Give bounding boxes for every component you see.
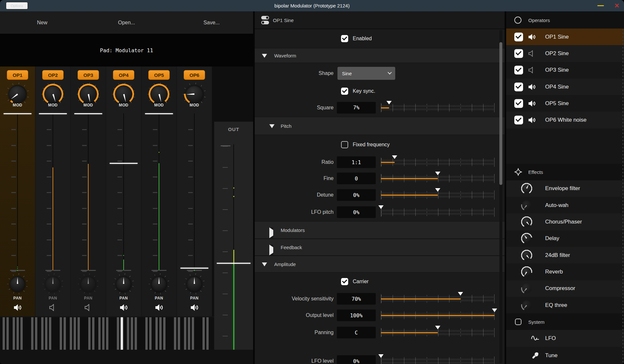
operator-item-op3[interactable]: OP3 Sine [506,62,624,79]
op3-fader-handle[interactable] [74,113,102,114]
slider-marker[interactable] [435,172,440,178]
op1-select-button[interactable]: OP1 [7,70,28,80]
op1-pan-knob[interactable] [10,276,25,292]
ratio-slider[interactable] [381,157,495,168]
system-item-lfo[interactable]: LFO [506,330,624,347]
open-button[interactable]: Open... [109,11,144,34]
lfo-level-value[interactable]: 0% [337,355,376,364]
op6-speaker-on-icon[interactable] [190,303,199,312]
slider-marker[interactable] [378,354,384,360]
op1-mod-knob[interactable] [8,85,27,103]
speaker-on-icon[interactable] [528,33,536,41]
op6-mod-knob[interactable] [185,85,203,103]
lfo-pitch-value[interactable]: 0% [337,206,376,218]
amplitude-section-header[interactable]: Amplitude [255,256,505,273]
operator-item-op6[interactable]: OP6 White noise [506,112,624,128]
lfo-pitch-slider[interactable] [381,207,495,218]
detune-value[interactable]: 0% [337,189,376,201]
op1-fader-handle[interactable] [4,113,31,114]
effect-item-eq-three[interactable]: EQ three [506,297,624,313]
op2-pan-knob[interactable] [45,276,61,292]
op3-speaker-muted-icon[interactable] [84,303,93,312]
out-fader-handle[interactable] [217,263,251,264]
slider-marker[interactable] [435,326,440,332]
op5-select-button[interactable]: OP5 [148,70,170,80]
op5-speaker-on-icon[interactable] [154,303,164,312]
fine-value[interactable]: 0 [337,173,376,184]
op4-select-button[interactable]: OP4 [113,70,134,80]
new-button[interactable]: New [28,11,57,34]
detune-slider[interactable] [381,189,495,200]
speaker-on-icon[interactable] [528,83,536,91]
speaker-on-icon[interactable] [528,100,536,107]
op1-enable-checkbox[interactable] [514,32,523,41]
output-level-slider[interactable] [381,310,495,321]
op3-mod-knob[interactable] [79,85,97,103]
sidebar-scrollbar[interactable] [622,29,623,363]
output-level-value[interactable]: 100% [337,309,376,321]
effect-item-24db-filter[interactable]: 24dB filter [506,247,624,263]
fine-slider[interactable] [381,173,495,184]
slider-marker[interactable] [386,101,392,107]
op1-speaker-on-icon[interactable] [13,303,22,312]
op6-pan-knob[interactable] [187,276,202,292]
slider-marker[interactable] [435,188,440,194]
op6-fader-handle[interactable] [180,268,208,269]
system-section[interactable]: System [506,313,624,330]
op2-speaker-muted-icon[interactable] [48,303,57,312]
op4-enable-checkbox[interactable] [514,82,523,91]
op4-speaker-on-icon[interactable] [119,303,128,312]
op5-fader-handle[interactable] [145,113,173,114]
speaker-on-icon[interactable] [528,116,536,124]
op5-enable-checkbox[interactable] [514,99,523,108]
op4-fader-handle[interactable] [110,163,138,164]
system-item-tune[interactable]: Tune [506,347,624,364]
modulators-section-header[interactable]: Modulators [255,221,505,239]
op3-select-button[interactable]: OP3 [78,70,99,80]
slider-marker[interactable] [492,309,497,315]
op2-select-button[interactable]: OP2 [42,70,64,80]
op5-mod-knob[interactable] [150,85,168,103]
op2-enable-checkbox[interactable] [514,49,523,58]
op4-pan-knob[interactable] [116,276,131,292]
operator-item-op2[interactable]: OP2 Sine [506,45,624,62]
speaker-muted-icon[interactable] [528,66,536,74]
feedback-section-header[interactable]: Feedback [255,239,505,256]
patch-display[interactable]: Pad: Modulator 11 [0,34,253,67]
lfo-level-slider[interactable] [381,356,495,364]
effect-item-delay[interactable]: Delay [506,230,624,247]
close-button[interactable]: ✕ [613,3,621,9]
pitch-section-header[interactable]: Pitch [255,117,505,135]
save-button[interactable]: Save... [195,11,228,34]
op2-fader-handle[interactable] [39,113,67,114]
ratio-value[interactable]: 1:1 [337,156,376,168]
effect-item-envelope-filter[interactable]: Envelope filter [506,180,624,197]
slider-marker[interactable] [378,205,384,212]
effect-item-reverb[interactable]: Reverb [506,263,624,280]
op3-pan-knob[interactable] [80,276,96,292]
op2-mod-knob[interactable] [44,85,62,103]
speaker-muted-icon[interactable] [528,50,536,57]
keyboard[interactable] [0,317,214,350]
op5-pan-knob[interactable] [151,276,167,292]
minimize-button[interactable] [597,3,605,9]
square-slider[interactable] [381,102,495,113]
waveform-section-header[interactable]: Waveform [255,48,505,63]
operators-section[interactable]: Operators [506,11,624,29]
panning-value[interactable]: C [337,327,376,338]
effect-item-chorus-phaser[interactable]: Chorus/Phaser [506,213,624,230]
op3-enable-checkbox[interactable] [514,66,523,75]
operator-item-op5[interactable]: OP5 Sine [506,95,624,112]
operator-item-op1[interactable]: OP1 Sine [506,29,624,45]
op4-mod-knob[interactable] [115,85,133,103]
panning-slider[interactable] [381,327,495,338]
effect-item-compressor[interactable]: Compressor [506,280,624,297]
effects-section[interactable]: Effects [506,164,624,180]
velocity-slider[interactable] [381,293,495,304]
carrier-checkbox[interactable] [341,278,348,285]
shape-dropdown[interactable]: Sine [337,67,395,80]
editor-scrollbar-thumb[interactable] [499,42,502,185]
op6-select-button[interactable]: OP6 [184,70,205,80]
square-value[interactable]: 7% [337,102,376,114]
velocity-value[interactable]: 70% [337,293,376,305]
